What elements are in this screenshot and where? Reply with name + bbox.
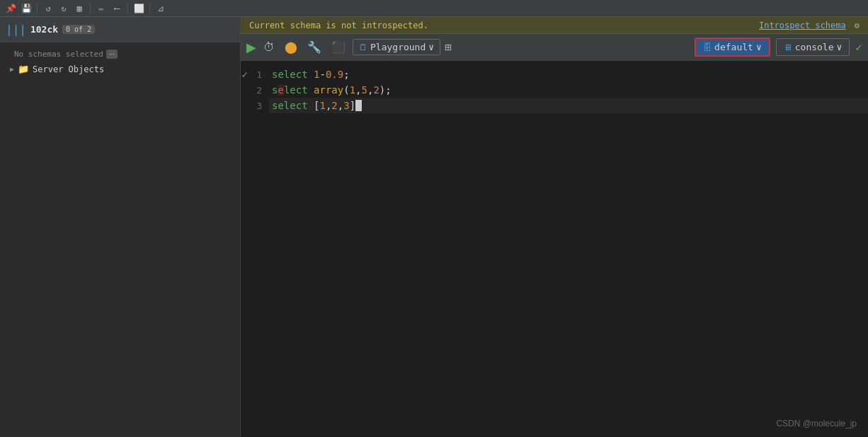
line-num-2: 2 — [251, 85, 262, 96]
code-line-1: select 1-0.9; — [269, 67, 868, 82]
tree-item-server-objects[interactable]: ▶ 📁 Server Objects — [0, 62, 240, 76]
keyword-select-2: s — [272, 84, 278, 96]
sq-bracket-close: ] — [350, 100, 355, 111]
code-lines: select 1-0.9; select array(1,5,2); selec… — [269, 61, 868, 437]
console-dropdown[interactable]: 🖥 console ∨ — [776, 38, 850, 56]
wrench-icon: 🔧 — [307, 40, 321, 54]
code-line-2: select array(1,5,2); — [269, 82, 868, 98]
settings-gear-icon[interactable]: ⚙ — [855, 21, 860, 30]
database-icon[interactable]: ▦ — [73, 2, 86, 15]
run-button[interactable]: ▶ — [246, 40, 256, 55]
tree-arrow-icon: ▶ — [10, 65, 14, 73]
arr-num-1: 1 — [319, 100, 325, 111]
sidebar-header: ||| 102ck 0 of 2 — [0, 17, 240, 42]
num-5: 5 — [362, 84, 367, 96]
console-label: console — [795, 42, 834, 52]
num-literal-1: 1 — [314, 69, 319, 80]
playground-arrow-icon: ∨ — [428, 42, 434, 52]
history-button[interactable]: ⏱ — [261, 40, 278, 55]
default-arrow-icon: ∨ — [756, 42, 762, 52]
status-bar: Current schema is not introspected. Intr… — [241, 17, 868, 34]
right-content: Current schema is not introspected. Intr… — [241, 17, 868, 437]
introspect-area: Introspect schema ⚙ — [759, 21, 860, 30]
no-schema-row: No schemas selected ··· — [0, 47, 240, 62]
line-number-row-3: 3 — [241, 98, 262, 113]
keyword-select-1: select — [272, 69, 314, 80]
editor-toolbar: ▶ ⏱ ⬤ 🔧 ⬛ 🗒 Playground ∨ ⊞ 🗄 — [241, 34, 868, 61]
sq-bracket-open: [ — [314, 100, 319, 111]
code-line-3: select [1,2,3] — [269, 98, 868, 113]
fn-array: array — [314, 84, 343, 96]
grid-view-icon[interactable]: ⊞ — [445, 40, 452, 54]
keyword-select-3: select — [272, 100, 314, 111]
toolbar-separator-3 — [127, 4, 128, 13]
default-connection-dropdown[interactable]: 🗄 default ∨ — [695, 38, 770, 57]
stop-icon: ⬛ — [331, 40, 346, 54]
undo-icon[interactable]: ⟵ — [110, 2, 123, 15]
stop-button[interactable]: ⬛ — [329, 39, 348, 55]
top-toolbar: 📌 💾 ↺ ↻ ▦ ✏ ⟵ ⬜ ⊿ — [0, 0, 868, 17]
connection-icon: ||| — [6, 23, 26, 36]
default-label: default — [714, 42, 753, 52]
toolbar-separator-4 — [149, 4, 150, 13]
tree-item-label: Server Objects — [33, 64, 104, 74]
line-number-row-1: ✓ 1 — [242, 67, 262, 82]
console-icon: 🖥 — [784, 42, 792, 52]
schema-status-message: Current schema is not introspected. — [249, 21, 428, 30]
folder-icon: 📁 — [18, 64, 29, 74]
line-num-3: 3 — [251, 101, 262, 111]
highlighted-char: e — [278, 84, 283, 96]
arr-num-2: 2 — [331, 100, 337, 111]
keyword-select-2b: lect — [284, 84, 314, 96]
playground-label: Playground — [370, 42, 426, 52]
op-1: - — [319, 69, 325, 80]
no-schema-ellipsis-button[interactable]: ··· — [106, 50, 118, 59]
sidebar-content: No schemas selected ··· ▶ 📁 Server Objec… — [0, 42, 240, 437]
editor-area[interactable]: ✓ 1 2 3 select 1-0.9; select array(1,5,2… — [241, 61, 868, 437]
status-check-icon: ✓ — [855, 40, 862, 54]
cursor — [355, 100, 361, 111]
watermark-text: CSDN @molecule_jp — [776, 419, 857, 429]
pause-button[interactable]: ⬤ — [282, 39, 300, 55]
main-layout: ||| 102ck 0 of 2 No schemas selected ···… — [0, 17, 868, 437]
connection-badge: 0 of 2 — [62, 25, 95, 34]
num-1: 1 — [350, 84, 355, 96]
arr-num-3: 3 — [343, 100, 349, 111]
toolbar-separator-1 — [37, 4, 38, 13]
line-numbers: ✓ 1 2 3 — [241, 61, 269, 437]
arr-comma-2: , — [338, 100, 343, 111]
pause-icon: ⬤ — [285, 40, 297, 54]
pencil-icon[interactable]: ✏ — [95, 2, 108, 15]
bracket-open: ( — [343, 84, 349, 96]
introspect-schema-link[interactable]: Introspect schema — [759, 21, 846, 30]
revert-icon[interactable]: ↻ — [57, 2, 70, 15]
no-schema-text: No schemas selected — [14, 50, 103, 59]
comma-1: , — [355, 84, 361, 96]
line-check-1: ✓ — [242, 69, 248, 80]
sidebar: ||| 102ck 0 of 2 No schemas selected ···… — [0, 17, 241, 437]
toolbar-right: 🗄 default ∨ 🖥 console ∨ ✓ — [695, 38, 862, 57]
terminal-icon[interactable]: ⬜ — [132, 2, 145, 15]
connection-name: 102ck — [30, 24, 58, 35]
bracket-close: ) — [379, 84, 385, 96]
num-2: 2 — [373, 84, 379, 96]
arr-comma-1: , — [326, 100, 331, 111]
playground-db-icon: 🗒 — [359, 42, 367, 52]
default-db-icon: 🗄 — [703, 42, 712, 52]
playground-dropdown[interactable]: 🗒 Playground ∨ — [353, 39, 440, 55]
comma-2: , — [367, 84, 373, 96]
wrench-button[interactable]: 🔧 — [304, 39, 324, 55]
history-icon: ⏱ — [263, 41, 275, 54]
filter-icon[interactable]: ⊿ — [154, 2, 167, 15]
console-arrow-icon: ∨ — [837, 42, 843, 52]
line-num-1: 1 — [251, 69, 262, 80]
semi-1: ; — [343, 69, 349, 80]
line-number-row-2: 2 — [241, 82, 262, 98]
run-icon: ▶ — [246, 40, 256, 55]
num-literal-2: 0.9 — [326, 69, 343, 80]
watermark: CSDN @molecule_jp — [776, 419, 857, 429]
pin-icon[interactable]: 📌 — [4, 2, 17, 15]
refresh-icon[interactable]: ↺ — [42, 2, 55, 15]
save-icon[interactable]: 💾 — [20, 2, 33, 15]
semi-2: ; — [385, 84, 391, 96]
